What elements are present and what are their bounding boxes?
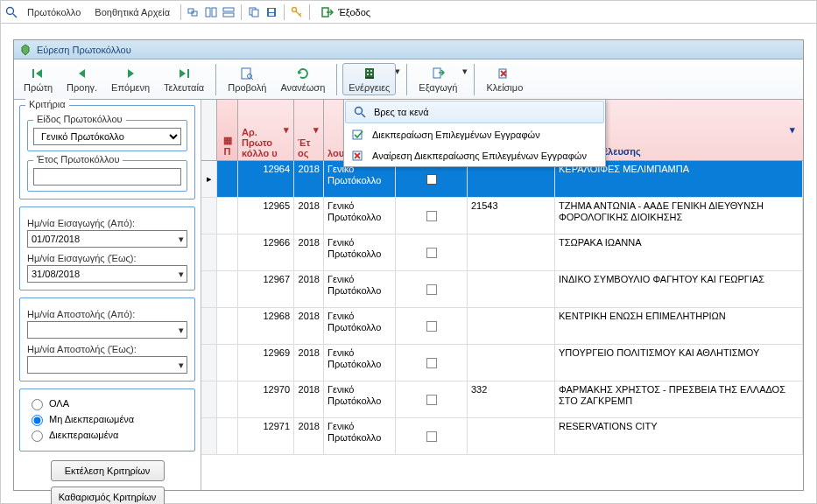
layout-icon-2[interactable] (204, 5, 218, 19)
radio-not-processed[interactable]: Μη Διεκπεραιωμένα (27, 412, 187, 426)
table-row[interactable]: 129662018Γενικό ΠρωτόκολλοΤΣΩΡΑΚΑ ΙΩΑΝΝΑ (201, 234, 803, 271)
toolbar: Πρώτη Προηγ. Επόμενη Τελευταία Προβολή (14, 60, 803, 100)
process-icon (351, 128, 365, 142)
menu-aux-files[interactable]: Βοηθητικά Αρχεία (89, 5, 175, 19)
window-title: Εύρεση Πρωτοκόλλου (37, 45, 131, 55)
next-button[interactable]: Επόμενη (105, 63, 156, 95)
cell-analysis: ΥΠΟΥΡΓΕΙΟ ΠΟΛΙΤΙΣΜΟΥ ΚΑΙ ΑΘΛΗΤΙΣΜΟΥ (555, 345, 803, 381)
clear-criteria-button[interactable]: Καθαρισμός Κριτηρίων (51, 486, 165, 504)
date-in-to-label: Ημ/νία Εισαγωγής (Έως): (27, 253, 187, 263)
export-icon (430, 66, 446, 81)
cell-col5 (468, 418, 555, 454)
filter-icon[interactable]: ▾ (281, 125, 292, 136)
date-send-to-input[interactable] (27, 356, 187, 374)
row-selector-icon[interactable]: ▦ (223, 135, 232, 146)
layout-icon-3[interactable] (222, 5, 236, 19)
prev-icon (74, 66, 90, 81)
cell-processed[interactable] (396, 382, 468, 417)
grid-body[interactable]: ▸129642018Γενικό ΠρωτόκολλοΚΕΡΑΛΟΙΦΕΣ ΜΕ… (201, 161, 803, 490)
actions-button[interactable]: Ενέργειες (342, 63, 396, 95)
close-button[interactable]: Κλείσιμο (480, 63, 529, 95)
cell-analysis: ΚΕΝΤΡΙΚΗ ΕΝΩΣΗ ΕΠΙΜΕΛΗΤΗΡΙΩΝ (555, 308, 803, 344)
exit-icon (320, 5, 335, 19)
cell-processed[interactable] (396, 234, 468, 270)
cell-col5 (468, 271, 555, 307)
cell-ar: 12970 (238, 382, 294, 417)
run-criteria-button[interactable]: Εκτέλεση Κριτηρίων (51, 460, 165, 481)
radio-all[interactable]: ΟΛΑ (27, 396, 187, 410)
view-icon (239, 66, 255, 81)
cell-analysis: ΤΖΗΜΑ ΑΝΤΩΝΙΑ - ΑΑΔΕ ΓΕΝΙΚΗ ΔΙΕΥΘΥΝΣΗ ΦΟ… (555, 198, 803, 234)
prev-button[interactable]: Προηγ. (60, 63, 103, 95)
last-button[interactable]: Τελευταία (158, 63, 210, 95)
window-title-bar: Εύρεση Πρωτοκόλλου (14, 40, 803, 60)
actions-menu: Βρες τα κενά Διεκπεραίωση Επιλεγμένων Εγ… (343, 99, 606, 167)
table-row[interactable]: 129672018Γενικό ΠρωτόκολλοΙΝΔΙΚΟ ΣΥΜΒΟΥΛ… (201, 271, 803, 308)
table-row[interactable]: 129692018Γενικό ΠρωτόκολλοΥΠΟΥΡΓΕΙΟ ΠΟΛΙ… (201, 345, 803, 382)
table-row[interactable]: 129652018Γενικό Πρωτόκολλο21543ΤΖΗΜΑ ΑΝΤ… (201, 198, 803, 234)
cell-kind: Γενικό Πρωτόκολλο (324, 382, 396, 417)
svg-rect-4 (206, 8, 210, 17)
refresh-button[interactable]: Ανανέωση (274, 63, 331, 95)
cell-selector (217, 345, 238, 381)
cell-kind: Γενικό Πρωτόκολλο (324, 234, 396, 270)
row-indicator (201, 271, 217, 307)
svg-rect-22 (365, 68, 374, 77)
col-year-label[interactable]: Έτ ος (298, 137, 320, 158)
svg-rect-9 (252, 10, 258, 17)
cell-ar: 12971 (238, 418, 294, 454)
date-send-from-label: Ημ/νία Αποστολής (Από): (27, 309, 187, 319)
svg-rect-6 (223, 8, 234, 11)
date-send-to-label: Ημ/νία Αποστολής (Έως): (27, 344, 187, 354)
first-button[interactable]: Πρώτη (18, 63, 59, 95)
table-row[interactable]: 129712018Γενικό ΠρωτόκολλοRESERVATIONS C… (201, 418, 803, 455)
svg-point-0 (7, 7, 14, 14)
menubar: Πρωτόκολλο Βοηθητικά Αρχεία Έξοδος (1, 1, 816, 24)
col-pi-label: Π (224, 146, 231, 157)
date-in-from-input[interactable] (27, 230, 187, 248)
menu-process-selected[interactable]: Διεκπεραίωση Επιλεγμένων Εγγραφών (344, 124, 605, 145)
cell-processed[interactable] (396, 345, 468, 381)
cell-selector (217, 308, 238, 344)
first-icon (31, 66, 46, 81)
search-icon (4, 5, 18, 19)
svg-rect-18 (187, 69, 189, 78)
cell-processed[interactable] (396, 198, 468, 234)
cell-analysis: ΦΑΡΜΑΚΗΣ ΧΡΗΣΤΟΣ - ΠΡΕΣΒΕΙΑ ΤΗΣ ΕΛΛΑΔΟΣ … (555, 382, 803, 417)
save-icon[interactable] (264, 5, 278, 19)
criteria-panel: Κριτήρια Είδος Πρωτοκόλλου Γενικό Πρωτόκ… (14, 100, 201, 490)
svg-line-21 (251, 78, 253, 80)
view-button[interactable]: Προβολή (222, 63, 272, 95)
cell-year: 2018 (294, 161, 324, 197)
date-send-from-input[interactable] (27, 321, 187, 339)
year-input[interactable] (33, 168, 181, 186)
key-icon[interactable] (290, 5, 304, 19)
svg-rect-17 (32, 69, 34, 78)
cell-analysis: ΙΝΔΙΚΟ ΣΥΜΒΟΥΛΙΟ ΦΑΓΗΤΟΥ ΚΑΙ ΓΕΩΡΓΙΑΣ (555, 271, 803, 307)
cell-ar: 12966 (238, 234, 294, 270)
filter-icon[interactable]: ▾ (787, 125, 798, 136)
cell-selector (217, 418, 238, 454)
cell-processed[interactable] (396, 271, 468, 307)
svg-point-13 (292, 7, 297, 11)
copy-icon[interactable] (247, 5, 261, 19)
filter-icon[interactable]: ▾ (311, 125, 321, 136)
layout-icon-1[interactable] (187, 5, 201, 19)
separator (474, 64, 475, 95)
exit-button[interactable]: Έξοδος (315, 4, 376, 21)
table-row[interactable]: 129682018Γενικό ΠρωτόκολλοΚΕΝΤΡΙΚΗ ΕΝΩΣΗ… (201, 308, 803, 345)
date-in-to-input[interactable] (27, 265, 187, 283)
cell-processed[interactable] (396, 308, 468, 344)
export-button[interactable]: Εξαγωγή (412, 63, 463, 95)
menu-undo-process-selected[interactable]: Αναίρεση Διεκπεραίωσης Επιλεγμένων Εγγρα… (344, 145, 605, 166)
cell-ar: 12964 (238, 161, 294, 197)
cell-processed[interactable] (396, 418, 468, 454)
next-icon (123, 66, 138, 81)
menu-protocol[interactable]: Πρωτόκολλο (22, 5, 86, 19)
cell-year: 2018 (294, 345, 324, 381)
menu-find-gaps-label: Βρες τα κενά (374, 107, 429, 117)
radio-processed[interactable]: Διεκπεραιωμένα (27, 428, 187, 442)
menu-find-gaps[interactable]: Βρες τα κενά (345, 101, 604, 123)
kind-select[interactable]: Γενικό Πρωτόκολλο (33, 128, 181, 145)
table-row[interactable]: 129702018Γενικό Πρωτόκολλο332ΦΑΡΜΑΚΗΣ ΧΡ… (201, 382, 803, 418)
